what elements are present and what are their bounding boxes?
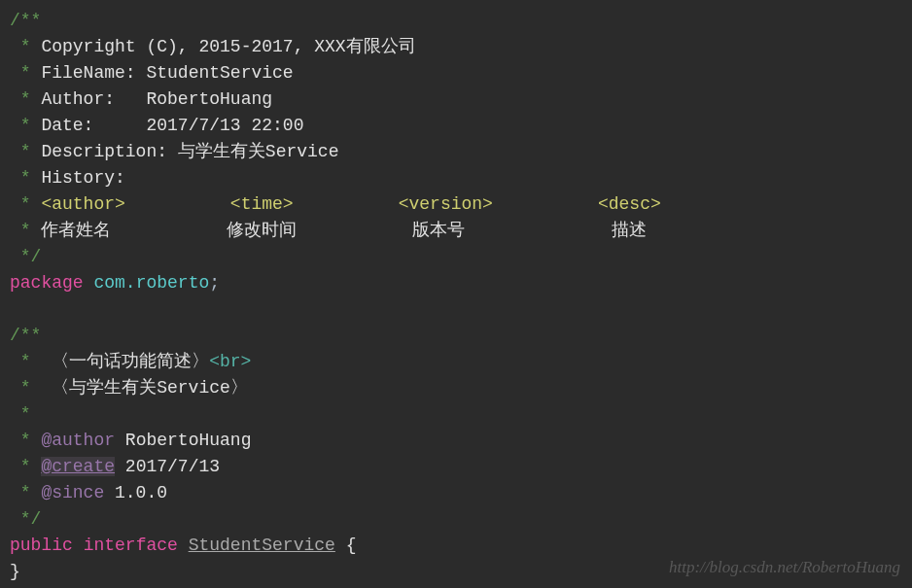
comment-star: * [10, 457, 41, 476]
spacer [294, 194, 399, 214]
author-line: * Author: RobertoHuang [10, 86, 902, 113]
since-doc-tag: @since [41, 483, 104, 502]
author-value: RobertoHuang [115, 431, 251, 450]
author-tag: <author> [41, 194, 124, 214]
comment-block-end: */ [10, 244, 902, 270]
comment-star: * [10, 221, 41, 240]
date-line: * Date: 2017/7/13 22:00 [10, 113, 902, 139]
create-value: 2017/7/13 [115, 457, 220, 476]
comment-star: * [10, 194, 41, 214]
comment-close: */ [10, 509, 41, 529]
comment-star: * [10, 89, 41, 109]
blank-line [10, 296, 902, 323]
comment-star: * [10, 404, 31, 424]
filename-text: FileName: StudentService [41, 63, 293, 83]
date-text: Date: 2017/7/13 22:00 [41, 116, 303, 135]
description-line: * Description: 与学生有关Service [10, 139, 902, 165]
detail-line: * 〈与学生有关Service〉 [10, 375, 902, 401]
spacer [493, 194, 598, 214]
spacer [125, 194, 230, 214]
comment-star: * [10, 168, 41, 188]
watermark-text: http://blog.csdn.net/RobertoHuang [669, 554, 900, 580]
summary-text: 〈一句话功能简述〉 [52, 352, 209, 371]
package-line: package com.roberto; [10, 270, 902, 296]
history-text: History: [41, 168, 124, 188]
semicolon: ; [209, 273, 220, 293]
comment-star: * [10, 142, 41, 161]
comment-star: * [10, 63, 41, 83]
author-doc-tag: @author [41, 431, 115, 450]
package-keyword: package [10, 273, 84, 293]
comment-star: * [10, 352, 52, 371]
summary-line: * 〈一句话功能简述〉<br> [10, 349, 902, 375]
spacer [73, 536, 84, 555]
package-path: com.roberto [93, 273, 209, 293]
doc-since-line: * @since 1.0.0 [10, 480, 902, 506]
close-brace: } [10, 562, 20, 581]
interface-name: StudentService [189, 536, 335, 555]
doc-create-line: * @create 2017/7/13 [10, 454, 902, 480]
author-text: Author: RobertoHuang [41, 89, 272, 109]
comment-open: /** [10, 11, 41, 30]
time-tag: <time> [230, 194, 294, 214]
desc-tag: <desc> [598, 194, 661, 214]
detail-text: 〈与学生有关Service〉 [52, 378, 248, 398]
code-editor[interactable]: /** * Copyright (C), 2015-2017, XXX有限公司 … [10, 8, 902, 585]
comment-star: * [10, 483, 41, 502]
interface-keyword: interface [84, 536, 178, 555]
spacer [335, 536, 346, 555]
comment-close: */ [10, 247, 41, 266]
create-doc-tag: @create [41, 457, 115, 476]
comment-star: * [10, 116, 41, 135]
history-line: * History: [10, 165, 902, 191]
copyright-text: Copyright (C), 2015-2017, XXX有限公司 [41, 37, 415, 56]
comment-open: /** [10, 326, 41, 345]
history-header-line: * <author> <time> <version> <desc> [10, 191, 902, 218]
version-tag: <version> [399, 194, 493, 214]
empty-comment-line: * [10, 401, 902, 428]
comment-star: * [10, 431, 41, 450]
comment-star: * [10, 378, 52, 398]
description-text: Description: 与学生有关Service [41, 142, 338, 161]
copyright-line: * Copyright (C), 2015-2017, XXX有限公司 [10, 34, 902, 60]
comment-block-start: /** [10, 8, 902, 34]
spacer [84, 273, 94, 293]
open-brace: { [346, 536, 357, 555]
javadoc-end: */ [10, 506, 902, 533]
javadoc-start: /** [10, 323, 902, 349]
doc-author-line: * @author RobertoHuang [10, 428, 902, 454]
public-keyword: public [10, 536, 73, 555]
comment-star: * [10, 37, 41, 56]
history-row-text: 作者姓名 修改时间 版本号 描述 [41, 221, 647, 240]
since-value: 1.0.0 [104, 483, 167, 502]
filename-line: * FileName: StudentService [10, 60, 902, 86]
br-tag: <br> [209, 352, 251, 371]
spacer [178, 536, 189, 555]
history-row-line: * 作者姓名 修改时间 版本号 描述 [10, 218, 902, 244]
